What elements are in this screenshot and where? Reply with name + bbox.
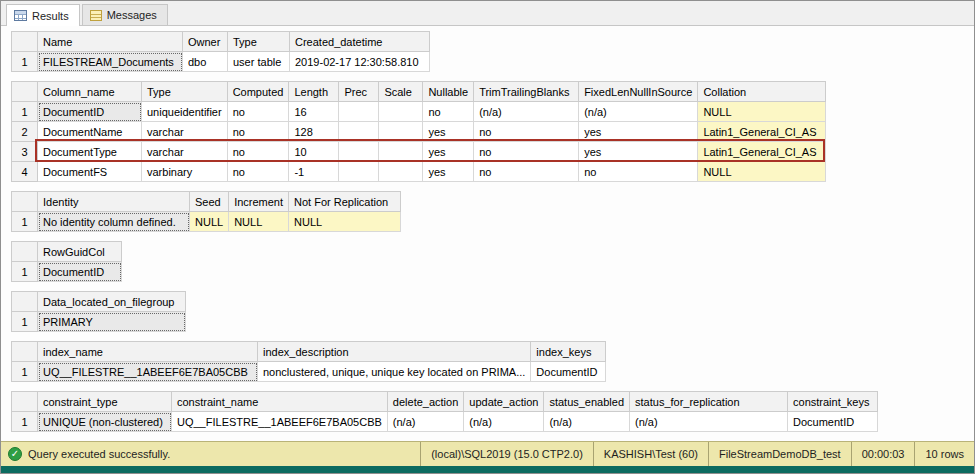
cell[interactable]: (n/a) (474, 102, 579, 122)
column-header[interactable]: constraint_keys (788, 392, 878, 412)
cell[interactable]: varbinary (142, 162, 228, 182)
cell[interactable]: DocumentID (38, 102, 142, 122)
cell[interactable] (339, 162, 379, 182)
cell[interactable]: no (227, 162, 289, 182)
cell[interactable]: DocumentID (788, 412, 878, 432)
column-header[interactable]: TrimTrailingBlanks (474, 82, 579, 102)
cell[interactable]: (n/a) (630, 412, 788, 432)
cell[interactable]: no (227, 142, 289, 162)
tab-results[interactable]: Results (6, 4, 80, 26)
corner-cell[interactable] (12, 392, 38, 412)
column-header[interactable]: status_enabled (544, 392, 630, 412)
cell[interactable]: (n/a) (464, 412, 544, 432)
column-header[interactable]: RowGuidCol (38, 242, 122, 262)
column-header[interactable]: Data_located_on_filegroup (38, 292, 186, 312)
column-header[interactable]: delete_action (387, 392, 463, 412)
column-header[interactable]: Name (38, 32, 183, 52)
cell[interactable]: yes (423, 162, 474, 182)
cell[interactable] (339, 102, 379, 122)
column-header[interactable]: Column_name (38, 82, 142, 102)
cell[interactable] (379, 122, 423, 142)
column-header[interactable]: index_keys (531, 342, 606, 362)
column-header[interactable]: Scale (379, 82, 423, 102)
cell[interactable]: varchar (142, 122, 228, 142)
column-header[interactable]: Prec (339, 82, 379, 102)
cell[interactable]: varchar (142, 142, 228, 162)
row-number[interactable]: 1 (12, 412, 38, 432)
cell[interactable]: DocumentType (38, 142, 142, 162)
cell[interactable]: NULL (698, 102, 826, 122)
cell[interactable]: 10 (289, 142, 339, 162)
cell[interactable]: no (474, 142, 579, 162)
cell[interactable]: NULL (698, 162, 826, 182)
cell[interactable]: yes (579, 142, 698, 162)
cell[interactable]: no (474, 122, 579, 142)
cell[interactable]: 16 (289, 102, 339, 122)
corner-cell[interactable] (12, 242, 38, 262)
cell[interactable]: yes (579, 122, 698, 142)
cell[interactable]: DocumentFS (38, 162, 142, 182)
cell[interactable] (379, 162, 423, 182)
corner-cell[interactable] (12, 32, 38, 52)
row-number[interactable]: 2 (12, 122, 38, 142)
cell[interactable]: UNIQUE (non-clustered) (38, 412, 172, 432)
column-header[interactable]: Not For Replication (289, 192, 401, 212)
row-number[interactable]: 1 (12, 262, 38, 282)
cell[interactable] (339, 122, 379, 142)
column-header[interactable]: Nullable (423, 82, 474, 102)
cell[interactable]: FILESTREAM_Documents (38, 52, 183, 72)
cell[interactable] (339, 142, 379, 162)
cell[interactable]: uniqueidentifier (142, 102, 228, 122)
cell[interactable]: dbo (183, 52, 228, 72)
cell[interactable]: nonclustered, unique, unique key located… (258, 362, 531, 382)
cell[interactable]: DocumentName (38, 122, 142, 142)
column-header[interactable]: FixedLenNullInSource (579, 82, 698, 102)
cell[interactable]: NULL (190, 212, 229, 232)
cell[interactable]: DocumentID (531, 362, 606, 382)
corner-cell[interactable] (12, 82, 38, 102)
column-header[interactable]: Type (228, 32, 290, 52)
column-header[interactable]: Increment (229, 192, 289, 212)
cell[interactable]: 2019-02-17 12:30:58.810 (290, 52, 430, 72)
column-header[interactable]: Created_datetime (290, 32, 430, 52)
column-header[interactable]: constraint_type (38, 392, 172, 412)
cell[interactable]: Latin1_General_CI_AS (698, 122, 826, 142)
column-header[interactable]: Identity (38, 192, 190, 212)
tab-messages[interactable]: Messages (82, 4, 168, 25)
cell[interactable]: UQ__FILESTRE__1ABEEF6E7BA05CBB (38, 362, 258, 382)
column-header[interactable]: index_name (38, 342, 258, 362)
cell[interactable] (379, 142, 423, 162)
cell[interactable]: user table (228, 52, 290, 72)
column-header[interactable]: Length (289, 82, 339, 102)
row-number[interactable]: 1 (12, 312, 38, 332)
column-header[interactable]: update_action (464, 392, 544, 412)
column-header[interactable]: status_for_replication (630, 392, 788, 412)
column-header[interactable]: Collation (698, 82, 826, 102)
column-header[interactable]: Seed (190, 192, 229, 212)
corner-cell[interactable] (12, 192, 38, 212)
column-header[interactable]: Type (142, 82, 228, 102)
cell[interactable]: no (474, 162, 579, 182)
cell[interactable]: No identity column defined. (38, 212, 190, 232)
cell[interactable]: Latin1_General_CI_AS (698, 142, 826, 162)
cell[interactable]: DocumentID (38, 262, 122, 282)
cell[interactable]: no (227, 122, 289, 142)
cell[interactable]: yes (423, 142, 474, 162)
row-number[interactable]: 4 (12, 162, 38, 182)
cell[interactable]: no (579, 162, 698, 182)
cell[interactable]: PRIMARY (38, 312, 186, 332)
cell[interactable]: no (423, 102, 474, 122)
cell[interactable]: (n/a) (544, 412, 630, 432)
cell[interactable]: UQ__FILESTRE__1ABEEF6E7BA05CBB (172, 412, 388, 432)
cell[interactable]: 128 (289, 122, 339, 142)
cell[interactable]: yes (423, 122, 474, 142)
row-number[interactable]: 1 (12, 102, 38, 122)
row-number[interactable]: 1 (12, 212, 38, 232)
cell[interactable]: NULL (229, 212, 289, 232)
cell[interactable]: no (227, 102, 289, 122)
column-header[interactable]: constraint_name (172, 392, 388, 412)
corner-cell[interactable] (12, 342, 38, 362)
column-header[interactable]: index_description (258, 342, 531, 362)
cell[interactable]: -1 (289, 162, 339, 182)
corner-cell[interactable] (12, 292, 38, 312)
